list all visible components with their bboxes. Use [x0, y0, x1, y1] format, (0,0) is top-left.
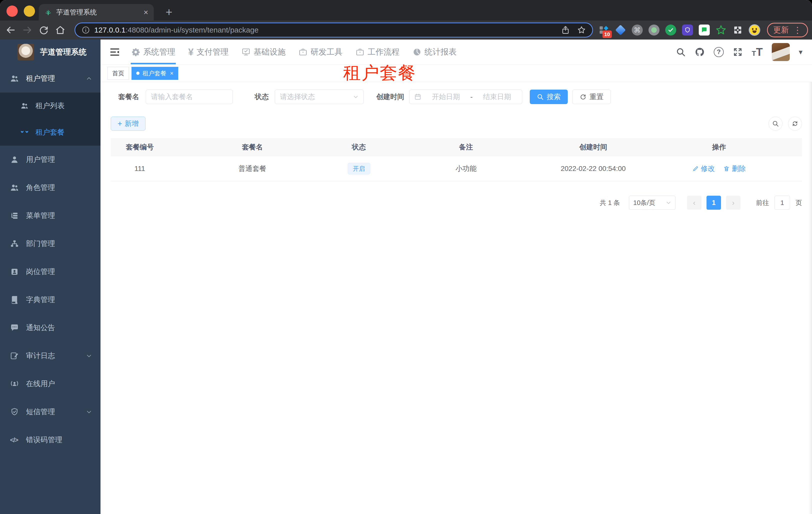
- page-size-select[interactable]: 10条/页: [629, 196, 675, 210]
- avatar-caret-icon[interactable]: ▾: [799, 48, 803, 56]
- browser-update-button[interactable]: 更新 ⋮: [767, 23, 808, 37]
- header-status[interactable]: 状态: [336, 142, 381, 152]
- cell-package-id: 111: [111, 165, 169, 173]
- search-icon[interactable]: [676, 47, 686, 57]
- chevron-down-icon: [86, 353, 92, 359]
- sidebar-item-user-management[interactable]: 用户管理: [0, 146, 100, 174]
- browser-menu-icon[interactable]: ⋮: [793, 26, 802, 34]
- top-nav: 系统管理 ¥ 支付管理 基础设施 研发工具: [131, 39, 457, 64]
- text-size-icon[interactable]: TT: [752, 48, 763, 56]
- user-avatar[interactable]: [772, 43, 790, 61]
- url-bar[interactable]: 127.0.0.1:48080/admin-ui/system/tenant/p…: [75, 23, 593, 37]
- top-nav-infrastructure[interactable]: 基础设施: [241, 39, 286, 64]
- share-icon[interactable]: [561, 25, 570, 35]
- url-text: 127.0.0.1:48080/admin-ui/system/tenant/p…: [94, 26, 554, 34]
- sidebar-item-sms-management[interactable]: 短信管理: [0, 398, 100, 426]
- log-edit-icon: [10, 351, 19, 360]
- plus-icon: +: [117, 119, 122, 128]
- delete-link[interactable]: 删除: [723, 164, 746, 173]
- back-icon[interactable]: [5, 25, 16, 35]
- extension-record-icon[interactable]: [648, 24, 660, 36]
- forward-icon[interactable]: [22, 25, 32, 35]
- sidebar-item-tenant-package[interactable]: 租户套餐: [0, 119, 100, 146]
- sidebar-item-error-code[interactable]: </> 错误码管理: [0, 426, 100, 454]
- page-number-current[interactable]: 1: [706, 196, 721, 210]
- top-nav-dev-tools[interactable]: 研发工具: [298, 39, 343, 64]
- extension-star-icon[interactable]: [715, 24, 727, 36]
- tag-close-icon[interactable]: ×: [170, 70, 174, 77]
- org-chart-icon: [10, 239, 19, 248]
- badge-icon: [10, 267, 19, 276]
- chevron-up-icon: [86, 76, 92, 82]
- sidebar-collapse-icon[interactable]: [109, 47, 121, 57]
- tag-home[interactable]: 首页: [108, 67, 129, 80]
- sidebar-item-role-management[interactable]: 角色管理: [0, 174, 100, 202]
- bookmark-star-icon[interactable]: [577, 25, 586, 35]
- show-search-button[interactable]: [768, 117, 783, 131]
- start-date-placeholder[interactable]: 开始日期: [426, 92, 466, 102]
- extension-chat-icon[interactable]: [698, 24, 710, 36]
- refresh-table-button[interactable]: [788, 117, 802, 131]
- reload-icon[interactable]: [38, 25, 49, 35]
- online-user-icon: [10, 379, 19, 388]
- app-header: 系统管理 ¥ 支付管理 基础设施 研发工具: [100, 39, 812, 64]
- package-name-label: 套餐名: [118, 92, 139, 102]
- tree-list-icon: [10, 211, 19, 220]
- top-nav-payment[interactable]: ¥ 支付管理: [188, 39, 229, 64]
- goto-page-input[interactable]: [775, 196, 790, 210]
- sidebar-item-post-management[interactable]: 岗位管理: [0, 258, 100, 286]
- prev-page-button[interactable]: ‹: [687, 196, 701, 210]
- site-info-icon[interactable]: [81, 26, 90, 34]
- browser-window: 芋道管理系统 × + 127.0.0.1:48080/admin-ui/syst…: [0, 0, 812, 514]
- header-operations[interactable]: 操作: [636, 142, 802, 152]
- sidebar-item-dict-management[interactable]: 字典管理: [0, 286, 100, 314]
- app-logo-row[interactable]: 芋道管理系统: [0, 39, 100, 64]
- reset-button[interactable]: 重置: [572, 89, 611, 104]
- header-remark[interactable]: 备注: [382, 142, 551, 152]
- search-icon: [772, 120, 779, 127]
- extension-gem-icon[interactable]: [614, 24, 627, 36]
- sidebar-item-menu-management[interactable]: 菜单管理: [0, 202, 100, 230]
- github-icon[interactable]: [695, 47, 705, 57]
- edit-link[interactable]: 修改: [692, 164, 715, 173]
- package-name-input[interactable]: [146, 89, 233, 104]
- add-button[interactable]: + 新增: [111, 117, 145, 131]
- new-tab-button[interactable]: +: [162, 5, 176, 19]
- browser-tab[interactable]: 芋道管理系统 ×: [39, 4, 154, 21]
- header-package-id[interactable]: 套餐编号: [111, 142, 169, 152]
- sidebar-item-notice[interactable]: 通知公告: [0, 314, 100, 342]
- window-close-button[interactable]: [6, 5, 18, 17]
- header-package-name[interactable]: 套餐名: [169, 142, 336, 152]
- sidebar-item-audit-log[interactable]: 审计日志: [0, 342, 100, 370]
- sidebar-item-tenant-list[interactable]: 租户列表: [0, 92, 100, 119]
- search-button[interactable]: 搜索: [530, 89, 568, 104]
- tab-title: 芋道管理系统: [56, 8, 97, 17]
- dictionary-book-icon: [10, 295, 19, 304]
- sidebar-item-dept-management[interactable]: 部门管理: [0, 230, 100, 258]
- fullscreen-icon[interactable]: [733, 47, 743, 57]
- table-header-row: 套餐编号 套餐名 状态 备注 创建时间 操作: [111, 138, 802, 156]
- tab-close-icon[interactable]: ×: [144, 8, 148, 16]
- date-range-picker[interactable]: 开始日期 - 结束日期: [409, 89, 522, 104]
- home-icon[interactable]: [55, 25, 65, 35]
- top-nav-reports[interactable]: 统计报表: [412, 39, 457, 64]
- top-nav-workflow[interactable]: 工作流程: [355, 39, 400, 64]
- sidebar-item-tenant-management[interactable]: 租户管理: [0, 64, 100, 92]
- sidebar-item-online-users[interactable]: 在线用户: [0, 370, 100, 398]
- next-page-button[interactable]: ›: [726, 196, 741, 210]
- extension-shield-icon[interactable]: [682, 24, 694, 36]
- extension-tasks-icon[interactable]: 10: [598, 24, 610, 36]
- help-icon[interactable]: ?: [714, 47, 724, 57]
- extensions-puzzle-icon[interactable]: [732, 24, 744, 36]
- tag-tenant-package[interactable]: 租户套餐 ×: [132, 67, 178, 80]
- window-minimize-button[interactable]: [24, 5, 35, 17]
- top-nav-system[interactable]: 系统管理: [131, 39, 176, 64]
- header-created[interactable]: 创建时间: [551, 142, 636, 152]
- status-select[interactable]: 请选择状态: [275, 89, 364, 104]
- goto-label: 前往: [756, 198, 769, 207]
- profile-avatar-icon[interactable]: [749, 24, 760, 36]
- extension-check-icon[interactable]: [665, 24, 677, 36]
- cell-remark: 小功能: [382, 164, 551, 173]
- end-date-placeholder[interactable]: 结束日期: [477, 92, 518, 102]
- extension-command-icon[interactable]: ⌘: [631, 24, 643, 36]
